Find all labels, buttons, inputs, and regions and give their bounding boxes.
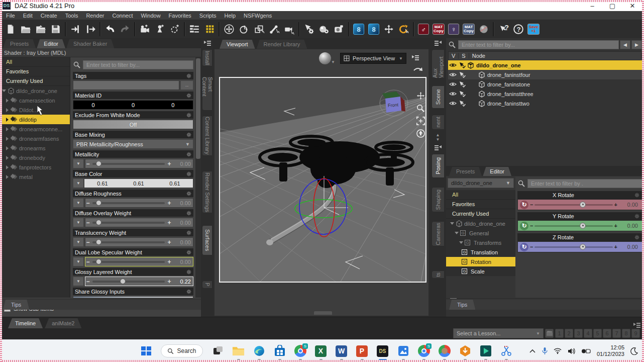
gear-icon[interactable] — [186, 132, 191, 137]
battery-icon[interactable] — [582, 348, 591, 354]
left-panel-tab-presets[interactable]: Presets — [3, 39, 36, 48]
taskbar-search-box-icon[interactable]: Search — [160, 345, 203, 357]
gear-icon[interactable] — [186, 73, 191, 78]
camera-tool-icon[interactable] — [282, 22, 297, 37]
pane-menu-icon[interactable] — [411, 55, 419, 62]
mat-copy-female-icon[interactable]: MATCopy — [461, 22, 476, 37]
dock-tab-p[interactable]: P — [202, 281, 212, 289]
gear-icon[interactable] — [186, 269, 191, 275]
new-file-icon[interactable] — [3, 22, 18, 37]
slider-expand-button[interactable]: ▼ — [73, 218, 84, 227]
gear-icon[interactable] — [186, 171, 191, 176]
spot-render-tool-icon[interactable] — [332, 22, 347, 37]
rotate-cycle-icon[interactable]: ↻ — [520, 201, 528, 209]
menu-help[interactable]: Help — [220, 13, 240, 19]
lesson-button-8[interactable]: 8 — [622, 329, 630, 338]
slider-minus[interactable]: − — [85, 201, 90, 206]
viewport-drawer-handle[interactable] — [314, 311, 332, 315]
lesson-dropdown[interactable]: Select a Lesson...▼ — [453, 328, 544, 338]
tips-tab-left[interactable]: Tips — [3, 300, 29, 310]
female-mat-preset-icon[interactable]: ♀ — [446, 22, 461, 37]
gear-icon[interactable] — [186, 113, 191, 118]
minimize-button[interactable]: – — [589, 2, 596, 10]
node-selector-dropdown[interactable]: dildo_drone_one▼ — [448, 178, 514, 188]
color-swatch[interactable]: 000 — [73, 100, 193, 110]
surface-item-dildo-drone-one[interactable]: dildo_drone_one — [0, 86, 70, 96]
slider-expand-button[interactable]: ▼ — [73, 237, 84, 247]
taskbar-photos-icon[interactable] — [397, 345, 409, 357]
lesson-clapper-button[interactable] — [545, 329, 554, 338]
slider-plus[interactable]: + — [167, 240, 172, 245]
surface-item-dronearmfasens[interactable]: dronearmfasens — [0, 134, 70, 143]
pane-menu-icon[interactable] — [633, 322, 641, 329]
slider-expand-button[interactable]: ▼ — [73, 277, 84, 286]
undo-icon[interactable] — [102, 22, 118, 37]
dock-tab-nent[interactable]: nent — [432, 115, 445, 130]
zoom-view-icon[interactable] — [415, 103, 425, 113]
slider-expand-button[interactable]: ▼ — [73, 198, 84, 208]
slider-diffuse-roughness[interactable]: − + 0.00 — [85, 198, 193, 208]
surface-item-metal[interactable]: metal — [0, 172, 70, 182]
dock-tab-smart-content[interactable]: Smart Content — [202, 76, 212, 111]
save-plus-one-icon[interactable]: Save+1 — [526, 22, 541, 37]
scene-node-dildo_drone_one[interactable]: dildo_drone_one — [448, 60, 642, 70]
dock-tab-ts[interactable]: ts — [432, 270, 445, 279]
move-view-icon[interactable] — [415, 90, 425, 101]
view-cube[interactable]: Front — [378, 87, 409, 119]
surface-item-dronebody[interactable]: dronebody — [0, 153, 70, 162]
surface-item-fanprotectors[interactable]: fanprotectors — [0, 162, 70, 172]
selectable-cursor-icon[interactable] — [459, 100, 466, 107]
taskbar-chrome-badge-icon[interactable]: S — [294, 345, 306, 357]
frame-view-icon[interactable] — [415, 116, 425, 126]
taskbar-clock[interactable]: 12:0501/12/2023 — [597, 344, 624, 357]
gear-icon[interactable] — [186, 152, 191, 157]
disabled-preset-icon[interactable] — [476, 22, 491, 37]
camera-view-dropdown[interactable]: Perspective View▼ — [340, 53, 406, 64]
gear-icon[interactable] — [186, 250, 191, 255]
slider-expand-button[interactable]: ▼ — [73, 159, 84, 168]
taskbar-edge-icon[interactable] — [253, 345, 265, 357]
pfilter-all[interactable]: All — [446, 190, 515, 200]
gear-icon[interactable] — [634, 235, 639, 240]
gear-icon[interactable] — [186, 93, 191, 98]
lesson-button-9[interactable]: 9 — [631, 329, 640, 338]
params-tab-editor[interactable]: Editor — [483, 167, 511, 176]
surface-item-camerasection[interactable]: camerasection — [0, 96, 70, 105]
selectable-cursor-icon[interactable] — [459, 81, 466, 87]
lesson-button-5[interactable]: 5 — [593, 329, 602, 338]
rotate-cycle-icon[interactable]: ↻ — [520, 222, 528, 230]
iray-preview-b-icon[interactable]: 8 — [366, 22, 381, 37]
save-file-icon[interactable] — [48, 22, 63, 37]
bone-tool-icon[interactable] — [267, 22, 282, 37]
slider-minus[interactable]: − — [85, 259, 90, 264]
pane-menu-icon[interactable] — [434, 145, 442, 152]
iray-preview-a-icon[interactable]: 8 — [351, 22, 366, 37]
lesson-button-1[interactable]: 1 — [555, 329, 564, 338]
param-group-translation[interactable]: GTranslation — [446, 247, 515, 257]
pfilter-favorites[interactable]: Favorites — [446, 200, 515, 209]
dock-tab-content-library[interactable]: Content Library — [202, 116, 212, 156]
tags-input[interactable] — [73, 80, 179, 90]
slider-metallicity[interactable]: − + 0.00 — [85, 159, 193, 168]
surface-selection-tool-icon[interactable] — [316, 22, 332, 37]
slider-plus[interactable]: + — [167, 161, 172, 166]
filter-favorites[interactable]: Favorites — [0, 67, 70, 76]
taskbar-chrome-badge2-icon[interactable]: S — [417, 345, 430, 357]
filter-forward-button[interactable]: ▶ — [631, 40, 642, 49]
tags-browse-button[interactable]: ... — [180, 80, 193, 90]
left-panel-tab-editor[interactable]: Editor — [37, 39, 65, 48]
redo-icon[interactable] — [118, 22, 133, 37]
filter-back-button[interactable]: ◀ — [620, 40, 630, 49]
drawstyle-icon[interactable] — [319, 52, 331, 64]
color-expand-button[interactable]: ▼ — [73, 178, 84, 188]
base-mixing-dropdown[interactable]: PBR Metallicity/Roughness▼ — [73, 139, 193, 149]
create-camera-icon[interactable] — [137, 22, 152, 37]
reset-view-icon[interactable] — [415, 128, 425, 138]
params-filter-input[interactable]: Enter text to filter by . — [527, 179, 642, 188]
bottom-tab-animate2[interactable]: aniMate2 — [45, 318, 81, 328]
lesson-button-3[interactable]: 3 — [574, 329, 583, 338]
dock-tab-render-settings[interactable]: Render Settings — [202, 171, 212, 213]
taskbar-daz-studio-icon[interactable]: DS — [376, 345, 389, 357]
lesson-button-2[interactable]: 2 — [565, 329, 573, 338]
mat-copy-male-icon[interactable]: MATCopy — [431, 22, 446, 37]
